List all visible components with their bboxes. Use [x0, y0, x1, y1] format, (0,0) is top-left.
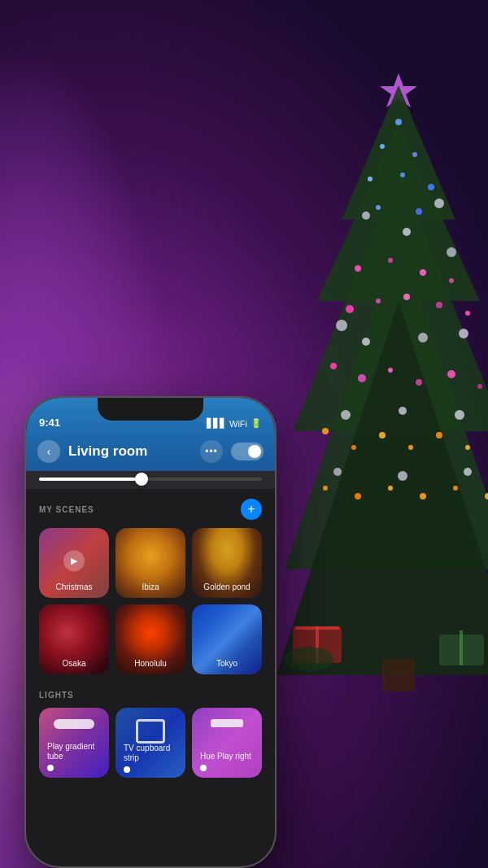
scroll-content: MY SCENES + ▶ Christmas Ibiza	[26, 489, 275, 784]
svg-point-41	[436, 432, 442, 438]
lights-grid: Play gradient tube TV cupboard strip	[26, 704, 275, 784]
svg-point-54	[464, 468, 472, 476]
light-gradient-dot	[47, 765, 54, 771]
brightness-bar	[26, 471, 275, 489]
light-play-gradient[interactable]: Play gradient tube	[39, 708, 109, 778]
svg-point-23	[376, 299, 381, 303]
brightness-track[interactable]	[39, 478, 262, 481]
status-icons: ▋▋▋ WiFi 🔋	[207, 418, 262, 429]
scene-golden-name: Golden pond	[203, 582, 250, 591]
scene-osaka[interactable]: Osaka	[39, 604, 109, 674]
back-icon: ‹	[47, 445, 51, 458]
svg-point-30	[418, 333, 428, 342]
coil-icon	[136, 719, 165, 744]
svg-point-22	[346, 305, 354, 313]
tube-icon	[54, 719, 94, 729]
svg-point-6	[395, 119, 402, 125]
add-icon: +	[247, 503, 255, 516]
svg-point-42	[465, 445, 470, 450]
svg-point-10	[368, 177, 373, 181]
light-tv-dot	[124, 766, 130, 773]
scene-ibiza[interactable]: Ibiza	[115, 528, 185, 598]
svg-point-21	[449, 278, 454, 283]
svg-point-46	[420, 493, 426, 499]
svg-point-53	[398, 471, 407, 481]
slider-fill	[39, 478, 139, 481]
light-hue-icon-area	[200, 719, 254, 727]
phone-screen: 9:41 ▋▋▋ WiFi 🔋 ‹ Living room •••	[26, 398, 275, 866]
nav-title: Living room	[68, 443, 192, 460]
svg-point-34	[416, 379, 422, 386]
svg-point-12	[416, 208, 422, 215]
svg-point-35	[447, 370, 455, 378]
svg-point-8	[380, 144, 385, 149]
scene-honolulu[interactable]: Honolulu	[115, 604, 185, 674]
svg-rect-60	[460, 630, 463, 665]
svg-point-26	[465, 311, 470, 316]
svg-point-24	[403, 294, 410, 300]
svg-point-31	[330, 363, 337, 369]
light-hue-dot	[200, 765, 207, 771]
battery-icon: 🔋	[251, 418, 262, 429]
scene-tokyo-name: Tokyo	[216, 659, 237, 668]
scene-ibiza-name: Ibiza	[142, 582, 159, 591]
signal-icon: ▋▋▋	[207, 418, 226, 429]
svg-point-16	[403, 228, 411, 236]
svg-point-45	[388, 486, 393, 491]
light-hue-play-right[interactable]: Hue Play right	[192, 708, 262, 778]
svg-point-37	[322, 428, 329, 434]
svg-point-32	[358, 374, 366, 382]
svg-point-17	[447, 247, 456, 257]
svg-point-44	[355, 493, 361, 499]
more-icon: •••	[205, 446, 218, 457]
nav-bar: ‹ Living room •••	[26, 434, 275, 471]
status-time: 9:41	[39, 417, 60, 429]
light-tv-cupboard[interactable]: TV cupboard strip	[115, 708, 185, 778]
scene-christmas[interactable]: ▶ Christmas	[39, 528, 109, 598]
wifi-icon: WiFi	[229, 419, 247, 429]
light-gradient-name: Play gradient tube	[47, 742, 101, 761]
svg-point-49	[341, 410, 351, 420]
svg-point-29	[362, 338, 370, 346]
phone: 9:41 ▋▋▋ WiFi 🔋 ‹ Living room •••	[24, 396, 277, 868]
play-icon: ▶	[63, 550, 85, 571]
svg-point-51	[455, 410, 464, 420]
svg-point-18	[355, 265, 361, 272]
svg-point-36	[477, 384, 482, 389]
svg-point-15	[362, 212, 370, 220]
svg-point-19	[388, 258, 393, 263]
light-gradient-icon-area	[47, 719, 101, 729]
lights-label: LIGHTS	[39, 691, 74, 700]
scene-golden-pond[interactable]: Golden pond	[192, 528, 262, 598]
light-tv-name: TV cupboard strip	[124, 744, 177, 763]
slider-thumb[interactable]	[135, 473, 148, 486]
scene-osaka-name: Osaka	[63, 659, 86, 668]
scene-tokyo[interactable]: Tokyo	[192, 604, 262, 674]
svg-point-43	[323, 486, 328, 491]
bar-icon	[211, 719, 243, 727]
room-toggle[interactable]	[231, 443, 264, 460]
my-scenes-header: MY SCENES +	[26, 489, 275, 525]
svg-point-25	[436, 302, 442, 308]
scenes-grid-row2: Osaka Honolulu Tokyo	[26, 604, 275, 681]
light-hue-name: Hue Play right	[200, 752, 254, 761]
svg-point-47	[453, 486, 458, 491]
scene-christmas-name: Christmas	[55, 582, 92, 591]
phone-notch	[98, 398, 203, 421]
more-button[interactable]: •••	[200, 440, 223, 463]
add-scene-button[interactable]: +	[241, 499, 262, 520]
svg-point-20	[420, 269, 426, 276]
back-button[interactable]: ‹	[37, 440, 60, 463]
svg-point-52	[333, 468, 342, 476]
svg-point-14	[434, 198, 444, 208]
svg-point-33	[388, 368, 393, 373]
svg-rect-55	[382, 659, 415, 691]
my-scenes-label: MY SCENES	[39, 505, 94, 514]
lights-header: LIGHTS	[26, 681, 275, 704]
svg-point-39	[379, 432, 386, 438]
svg-point-38	[351, 445, 356, 450]
scenes-grid-row1: ▶ Christmas Ibiza Golden pond	[26, 525, 275, 604]
svg-point-7	[412, 152, 417, 157]
svg-point-11	[400, 172, 405, 177]
scene-honolulu-name: Honolulu	[134, 659, 166, 668]
